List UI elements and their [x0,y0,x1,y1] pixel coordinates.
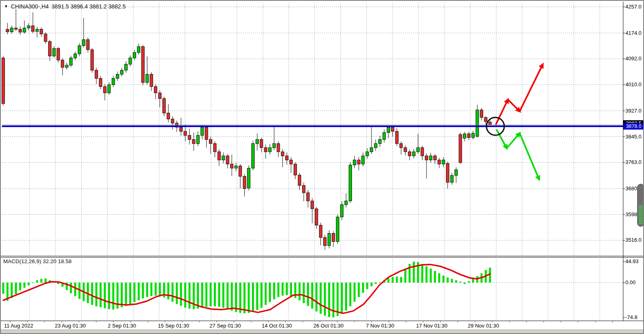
price-axis-label: 3763.0 [625,159,644,166]
chart-scrollbar[interactable] [637,184,644,227]
price-axis-label: 3845.0 [625,134,644,140]
ohlc-readout: 3891.5 3896.4 3881.2 3882.5 [51,3,126,10]
date-axis-label: 11 Aug 2022 [0,323,38,329]
price-axis-label: 3516.0 [625,237,644,243]
grid-lines [2,3,623,320]
date-axis-label: 2 Sep 01:30 [102,323,141,329]
macd-axis-label: 0.00 [625,279,644,286]
date-axis-label: 17 Nov 01:30 [412,323,451,329]
hline-price-label: 3878.0 [623,123,644,130]
chart-title: ▼ CHINA300-,H4 3891.5 3896.4 3881.2 3882… [4,3,126,10]
bearish-forecast-arrow[interactable] [497,130,540,181]
price-axis-label: 4092.0 [625,55,644,62]
macd-axis-label: 44.93 [625,258,644,265]
date-axis-label: 27 Sep 01:30 [206,323,245,329]
macd-axis-label: -74.8 [625,314,644,321]
chart-canvas[interactable] [1,1,644,330]
price-axis-label: 3927.0 [625,108,644,114]
candles-layer [2,9,492,250]
scrollbar-stripes-icon [639,205,643,225]
date-axis-label: 15 Sep 01:30 [154,323,193,329]
axis-frame [1,2,644,322]
date-axis-label: 14 Oct 01:30 [258,323,296,329]
indicator-label: MACD(12,26,9) 32.20 18.58 [3,258,72,264]
symbol-timeframe-label: CHINA300-,H4 [11,3,49,10]
price-axis-label: 4174.0 [625,30,644,36]
date-axis-label: 26 Oct 01:30 [309,323,348,329]
status-strip [1,330,644,334]
date-axis-label: 23 Aug 01:30 [51,323,90,329]
symbol-dropdown-icon[interactable]: ▼ [4,4,8,9]
price-axis-label: 4257.0 [625,4,644,10]
price-axis-label: 4010.0 [625,81,644,88]
macd-histogram [2,262,491,317]
bullish-forecast-arrow[interactable] [496,63,544,125]
price-lines [2,125,623,127]
chart-window: ▼ CHINA300-,H4 3891.5 3896.4 3881.2 3882… [0,0,644,334]
date-axis-label: 29 Nov 01:30 [464,323,503,329]
date-axis-label: 7 Nov 01:30 [361,323,400,329]
